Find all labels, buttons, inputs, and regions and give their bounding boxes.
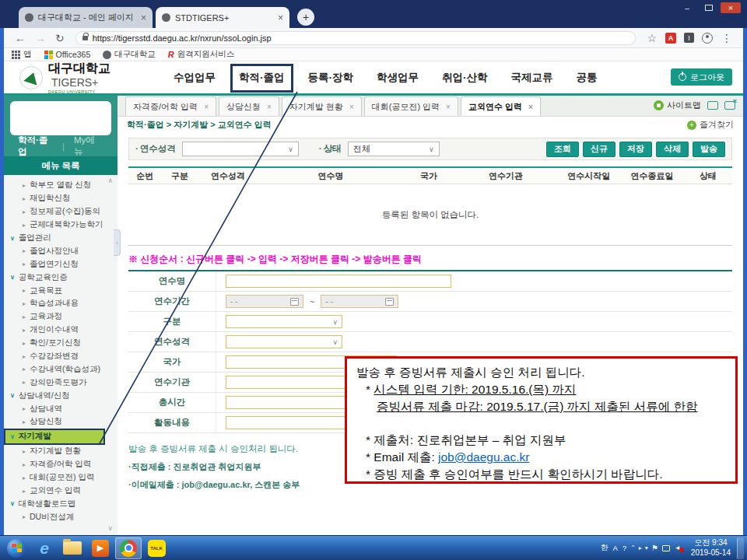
workspace-tab-counsel[interactable]: 상담신청 [219,96,279,116]
network-icon[interactable] [662,545,670,551]
taskbar-ie[interactable] [31,537,58,559]
new-button[interactable]: 신규 [583,142,615,157]
tray-play-icon[interactable] [639,544,642,551]
taskbar-media-player[interactable] [87,537,114,559]
sidebar-item-self-dev-status[interactable]: 자기계발 현황 [4,445,117,458]
close-icon[interactable] [267,103,272,111]
email-link[interactable]: job@daegu.ac.kr [438,450,529,464]
maximize-button[interactable] [699,2,719,13]
sidebar-item-military-return[interactable]: 군제대복학가능학기 [4,219,117,232]
save-button[interactable]: 저장 [619,142,652,157]
close-icon[interactable] [349,103,354,111]
delete-button[interactable]: 삭제 [656,142,689,157]
sidebar-item-counsel-history[interactable]: 상담내역 [4,402,117,415]
training-name-input[interactable] [226,275,451,288]
sidebar-group-graduation[interactable]: 졸업관리 [4,232,117,245]
tab-close-icon[interactable] [278,12,283,23]
sidebar-tab-records[interactable]: 학적·졸업 [10,135,62,158]
calendar-icon[interactable] [385,298,394,306]
show-desktop-button[interactable] [737,537,744,559]
sidebar-item-info-consent[interactable]: 정보제공(수집)동의 [4,205,117,219]
reload-icon[interactable] [55,32,65,44]
end-date-input[interactable]: - - [321,295,398,308]
logout-button[interactable]: 로그아웃 [671,68,732,86]
sidebar-item-license-language[interactable]: 자격증/어학 입력 [4,458,117,471]
nav-item-registration-scholarship[interactable]: 등록·장학 [308,71,354,85]
bookmark-daegu[interactable]: 대구대학교 [103,49,156,60]
sidebar-collapse-handle[interactable] [114,229,121,256]
sidebar-item-grad-review[interactable]: 졸업사정안내 [4,244,117,257]
sidebar-item-confirm-give-up[interactable]: 확인/포기신청 [4,337,117,350]
scroll-up-icon[interactable] [107,177,113,184]
nav-item-common[interactable]: 공통 [577,71,598,85]
sidebar-item-contest-entry[interactable]: 대회(공모전) 입력 [4,471,117,485]
window-icon[interactable] [707,101,718,110]
browser-tab-stdtigers[interactable]: STDTIGERS+ [156,7,289,28]
bookmark-apps[interactable]: 앱 [12,49,32,60]
sidebar-item-external-training[interactable]: 교외연수 입력 [4,485,117,498]
close-icon[interactable] [446,103,451,111]
sidebar-item-du-vision[interactable]: DU비전설계 [4,510,117,523]
sidebar-group-self-development[interactable]: 자기계발 [4,429,105,445]
forward-icon[interactable] [35,32,46,44]
tab-close-icon[interactable] [141,12,146,23]
extension-icon[interactable] [684,33,694,43]
address-bar[interactable]: https://tigersstd.daegu.ac.kr/nxrun/ssoL… [75,31,637,45]
taskbar-clock[interactable]: 오전 9:34 2019-05-14 [691,538,731,558]
nav-item-records-graduation[interactable]: 학적·졸업 [239,71,285,85]
training-nature-select[interactable] [182,142,299,156]
send-button[interactable]: 발송 [693,142,725,157]
university-logo[interactable]: 대구대학교TIGERS+ DAEGU UNIVERSITY [4,61,160,94]
category-select[interactable] [226,315,342,328]
sidebar-item-course-history[interactable]: 수강내역(학습성과) [4,362,117,376]
total-hours-input[interactable] [226,396,362,409]
start-button[interactable] [3,537,30,559]
close-icon[interactable] [204,103,209,111]
sidebar-item-lecture-satisfaction[interactable]: 강의만족도평가 [4,376,117,389]
taskbar-kakaotalk[interactable]: TALK [143,537,170,559]
action-center-flag-icon[interactable] [651,544,658,552]
taskbar-chrome[interactable] [115,537,142,559]
sidebar-item-curriculum[interactable]: 교육과정 [4,310,117,324]
sidebar-item-learning-outcome[interactable]: 학습성과내용 [4,297,117,310]
activity-input[interactable] [226,416,362,429]
browser-tab-daegu-main[interactable]: 대구대학교 - 메인 페이지 [19,7,153,28]
sidebar-group-counseling[interactable]: 상담내역/신청 [4,389,117,402]
sidebar-group-campus-roadmap[interactable]: 대학생활로드맵 [4,497,117,510]
nav-item-international[interactable]: 국제교류 [511,71,553,85]
search-button[interactable]: 조회 [546,142,579,157]
nature-select[interactable] [226,335,342,348]
sidebar-group-engineering-cert[interactable]: 공학교육인증 [4,271,117,284]
workspace-tab-external-training[interactable]: 교외연수 입력 [461,96,541,116]
bookmark-office365[interactable]: Office365 [44,50,91,59]
ime-mode-indicator[interactable]: A [613,544,618,552]
sidebar-item-grad-delay[interactable]: 졸업연기신청 [4,257,117,271]
pdf-extension-icon[interactable] [665,33,676,44]
sidebar-item-personal-history[interactable]: 개인이수내역 [4,324,117,337]
sitemap-label[interactable]: 사이트맵 [667,100,701,111]
institution-input[interactable] [226,376,362,389]
sidebar-item-edu-goal[interactable]: 교육목표 [4,284,117,297]
back-icon[interactable] [15,32,26,44]
calendar-icon[interactable] [290,298,299,306]
nav-item-employment[interactable]: 취업·산학 [442,71,488,85]
minimize-button[interactable] [677,2,697,13]
close-button[interactable] [721,2,741,13]
ime-help-indicator[interactable]: ? [622,544,626,552]
menu-dots-icon[interactable] [721,32,732,44]
nav-item-student-affairs[interactable]: 학생업무 [377,71,419,85]
tray-chevron-icon[interactable] [645,544,648,551]
ime-korean-indicator[interactable]: 한 [601,543,608,553]
sidebar-item-readmission[interactable]: 재입학신청 [4,192,117,205]
sidebar-item-counsel-apply[interactable]: 상담신청 [4,415,117,429]
speaker-muted-icon[interactable] [675,544,682,551]
sidebar-tab-mymenu[interactable]: My메뉴 [65,135,111,158]
nav-item-classwork[interactable]: 수업업무 [174,71,216,85]
sidebar-item-parent-view[interactable]: 학부모 열람 신청 [4,179,117,192]
scroll-down-icon[interactable] [107,524,113,532]
profile-icon[interactable] [702,33,713,44]
workspace-tab-license[interactable]: 자격증/어학 입력 [125,96,216,116]
new-tab-button[interactable] [297,9,314,26]
workspace-tab-contest[interactable]: 대회(공모전) 입력 [364,96,458,116]
bookmark-star-icon[interactable] [647,32,657,44]
